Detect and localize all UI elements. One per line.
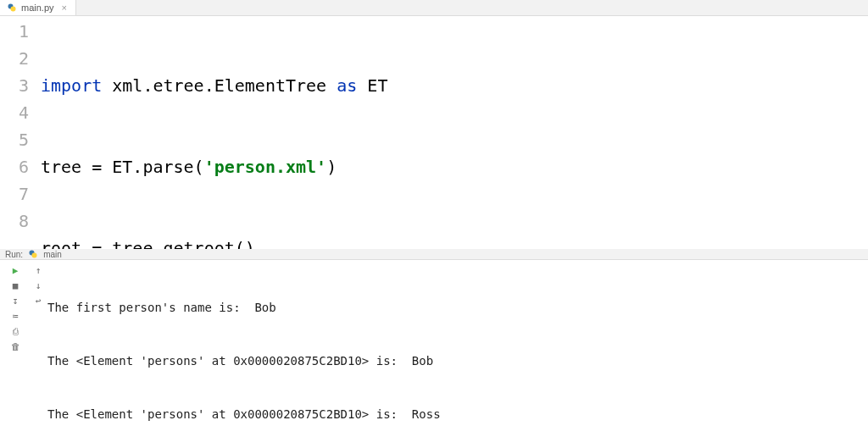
- line-number: 1: [0, 18, 29, 45]
- editor-tab-bar: main.py ×: [0, 0, 868, 16]
- trash-icon[interactable]: 🗑: [8, 340, 22, 353]
- line-number: 7: [0, 180, 29, 207]
- code-line: root = tree.getroot(): [41, 235, 868, 249]
- console-line: The <Element 'persons' at 0x0000020875C2…: [47, 352, 868, 370]
- python-file-icon: [28, 249, 38, 259]
- python-file-icon: [7, 3, 17, 13]
- line-number-gutter: 1 2 3 4 5 6 7 8: [0, 16, 41, 249]
- editor-tab-main[interactable]: main.py ×: [0, 0, 76, 15]
- run-toolwindow: ▶ ■ ↧ ≔ ⎙ 🗑 ↑ ↓ ↩ The first person's nam…: [0, 260, 868, 448]
- up-arrow-icon[interactable]: ↑: [31, 263, 45, 277]
- wrap-icon[interactable]: ↩: [31, 294, 45, 307]
- layout-icon[interactable]: ≔: [8, 309, 22, 323]
- print-icon[interactable]: ⎙: [8, 324, 22, 338]
- line-number: 6: [0, 153, 29, 180]
- run-toolwindow-header: Run: main: [0, 249, 868, 260]
- step-icon[interactable]: ↧: [8, 294, 22, 307]
- svg-point-1: [11, 7, 16, 12]
- line-number: 3: [0, 72, 29, 99]
- line-number: 5: [0, 126, 29, 153]
- code-line: tree = ET.parse('person.xml'): [41, 153, 868, 180]
- run-toolbar-secondary: ↑ ↓ ↩: [31, 260, 46, 448]
- code-editor[interactable]: 1 2 3 4 5 6 7 8 import xml.etree.Element…: [0, 16, 868, 249]
- line-number: 2: [0, 45, 29, 72]
- rerun-icon[interactable]: ▶: [8, 263, 22, 277]
- down-arrow-icon[interactable]: ↓: [31, 279, 45, 292]
- code-line: import xml.etree.ElementTree as ET: [41, 72, 868, 99]
- run-config-name: main: [43, 250, 62, 259]
- console-line: The first person's name is: Bob: [47, 299, 868, 317]
- svg-point-3: [32, 253, 37, 258]
- console-output[interactable]: The first person's name is: Bob The <Ele…: [46, 260, 868, 448]
- editor-tab-label: main.py: [21, 3, 54, 13]
- run-label: Run:: [5, 250, 23, 259]
- run-toolbar: ▶ ■ ↧ ≔ ⎙ 🗑: [0, 260, 31, 448]
- close-icon[interactable]: ×: [62, 3, 67, 13]
- code-area[interactable]: import xml.etree.ElementTree as ET tree …: [41, 16, 868, 249]
- console-line: The <Element 'persons' at 0x0000020875C2…: [47, 406, 868, 423]
- line-number: 4: [0, 99, 29, 126]
- line-number: 8: [0, 207, 29, 235]
- stop-icon[interactable]: ■: [8, 279, 22, 292]
